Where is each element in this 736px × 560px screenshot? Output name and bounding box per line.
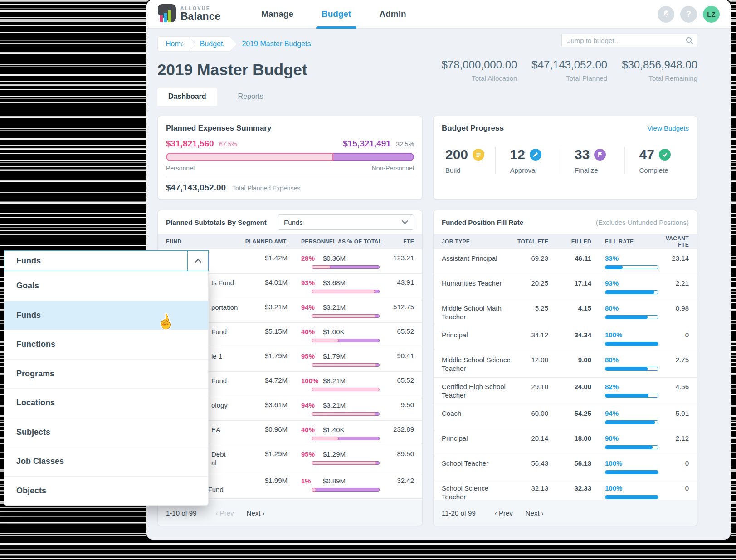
avatar[interactable]: LZ — [703, 6, 720, 23]
flag-icon — [594, 149, 606, 161]
nav-item-manage[interactable]: Manage — [261, 0, 293, 29]
personnel-percent: 93% — [301, 278, 323, 287]
fill-rate-bar-fill — [605, 367, 648, 370]
progress-stats: 200Build12Approval33Finalize47Complete — [442, 147, 689, 174]
non-personnel-bar-segment — [333, 153, 414, 161]
fill-rate-bar — [605, 495, 658, 499]
nav-item-budget[interactable]: Budget — [322, 0, 351, 29]
dropdown-item-programs[interactable]: Programs — [4, 359, 208, 389]
progress-count: 12 — [510, 147, 525, 162]
job-type-cell: Middle School Science Teacher — [442, 355, 512, 373]
fill-rate-bar-fill — [605, 496, 658, 499]
progress-count: 33 — [575, 147, 590, 162]
fill-rate-bar — [605, 265, 658, 269]
personnel-label: Personnel — [166, 165, 195, 172]
dropdown-item-job-classes[interactable]: Job Classes — [4, 447, 208, 476]
fill-rate-bar — [605, 394, 658, 398]
fill-rate-cell: 80% — [605, 304, 659, 319]
non-personnel-percent: 32.5% — [396, 141, 414, 148]
fund-name: le 1 — [211, 352, 244, 360]
planned-amt-cell: $3.21M — [244, 303, 288, 311]
personnel-percent: 28% — [301, 254, 323, 263]
column-header-total-fte: TOTAL FTE — [512, 239, 548, 245]
column-header-vacant-fte: VACANT FTE — [659, 235, 689, 248]
next-page-button[interactable]: Next › — [526, 509, 544, 517]
tab-reports[interactable]: Reports — [227, 88, 274, 106]
segment-dropdown-value: Funds — [4, 256, 41, 266]
segment-select[interactable]: Funds — [278, 214, 414, 230]
bar-personnel-segment — [312, 265, 331, 269]
personnel-split-bar — [312, 461, 380, 465]
fte-cell: 9.50 — [387, 401, 414, 409]
personnel-bar-segment — [166, 153, 333, 161]
column-header-fund: FUND — [166, 239, 244, 245]
personnel-percent: 95% — [301, 450, 323, 458]
search-input[interactable] — [561, 34, 697, 47]
view-budgets-link[interactable]: View Budgets — [648, 124, 689, 132]
fill-rate-percent: 90% — [605, 434, 659, 443]
table-row: Humanities Teacher20.2517.1493%2.21 — [434, 274, 697, 299]
total-fte-cell: 69.23 — [512, 254, 548, 263]
fund-name: ts Fund — [211, 278, 244, 287]
next-page-button[interactable]: Next › — [247, 509, 265, 517]
progress-stat-build: 200Build — [442, 147, 495, 174]
prev-page-button[interactable]: ‹ Prev — [216, 509, 234, 517]
dropdown-item-funds[interactable]: Funds — [4, 301, 208, 330]
personnel-dollars: $3.21M — [323, 401, 346, 409]
personnel-percent: 94% — [301, 303, 323, 312]
job-table-header: JOB TYPETOTAL FTEFILLEDFILL RATEVACANT F… — [434, 234, 697, 249]
breadcrumb-current[interactable]: 2019 Master Budgets — [242, 40, 311, 48]
fill-rate-percent: 82% — [605, 382, 659, 391]
budget-progress-card: Budget Progress View Budgets 200Build12A… — [433, 116, 697, 200]
personnel-pct-cell: 94%$3.21M — [301, 303, 387, 318]
prev-page-button[interactable]: ‹ Prev — [495, 509, 513, 517]
fill-rate-percent: 100% — [605, 331, 659, 339]
fill-rate-percent: 93% — [605, 279, 659, 287]
fill-rate-bar — [605, 420, 658, 424]
personnel-percent: 40% — [301, 327, 323, 336]
table-row: School Teacher56.4356.13100%0 — [434, 454, 697, 479]
subtotals-card-title: Planned Subtotals By Segment — [166, 219, 267, 226]
personnel-split-bar — [312, 388, 380, 391]
personnel-pct-cell: 28%$0.36M — [301, 254, 387, 269]
page-content: HomeBudgets2019 Master Budgets 2019 Mast… — [146, 29, 731, 540]
planned-amt-cell: $1.29M — [244, 450, 288, 458]
dropdown-item-functions[interactable]: Functions — [4, 330, 208, 359]
vacant-fte-cell: 0 — [659, 331, 689, 339]
stat-value: $30,856,948.00 — [622, 58, 697, 71]
dropdown-item-subjects[interactable]: Subjects — [4, 418, 208, 447]
breadcrumb-link-home[interactable]: Home — [157, 36, 189, 52]
notifications-muted-icon[interactable] — [658, 6, 674, 23]
tab-bar: DashboardReports — [157, 88, 274, 106]
segment-dropdown-field[interactable]: Funds — [4, 250, 209, 271]
balance-logo-icon — [158, 4, 176, 24]
tab-dashboard[interactable]: Dashboard — [157, 88, 217, 106]
personnel-split-bar — [312, 314, 380, 318]
segment-select-value: Funds — [284, 219, 303, 226]
page-stat-total-allocation: $78,000,000.00Total Allocation — [442, 58, 517, 82]
personnel-pct-cell: 40%$1.00K — [301, 327, 387, 342]
fte-cell: 512.75 — [387, 303, 414, 311]
nav-item-admin[interactable]: Admin — [379, 0, 406, 29]
fund-name: portation — [211, 303, 244, 312]
dropdown-item-objects[interactable]: Objects — [4, 476, 208, 506]
help-icon[interactable]: ? — [680, 6, 697, 23]
column-header-filled: FILLED — [560, 239, 591, 245]
total-fte-cell: 29.10 — [512, 382, 548, 391]
main-nav: ManageBudgetAdmin — [261, 0, 406, 29]
fill-rate-bar-fill — [605, 291, 654, 294]
personnel-dollars: $1.00K — [323, 327, 345, 336]
planned-amt-cell: $4.72M — [244, 376, 288, 384]
non-personnel-amount: $15,321,491 — [343, 139, 391, 148]
dropdown-item-locations[interactable]: Locations — [4, 388, 208, 418]
chevron-up-icon[interactable] — [187, 251, 208, 271]
personnel-split-bar — [312, 339, 380, 342]
stat-label: Total Allocation — [442, 74, 517, 82]
brand[interactable]: ALLOVUE Balance — [158, 4, 220, 24]
personnel-amount: $31,821,560 — [166, 139, 214, 148]
vacant-fte-cell: 2.12 — [659, 434, 689, 443]
table-row: Principal20.1418.0090%2.12 — [434, 429, 697, 454]
dropdown-item-goals[interactable]: Goals — [4, 271, 208, 301]
fill-rate-bar — [605, 470, 658, 474]
fte-cell: 32.42 — [387, 477, 414, 484]
